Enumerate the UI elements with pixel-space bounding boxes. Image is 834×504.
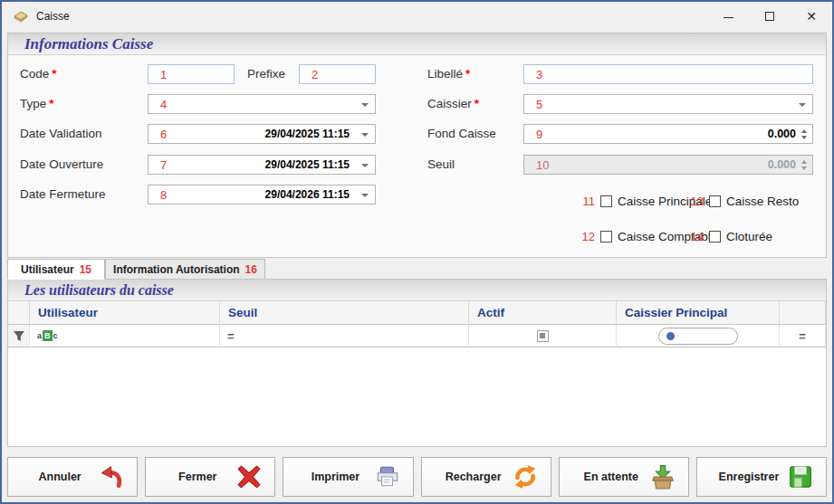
equals-filter-icon[interactable]: = [227,329,235,343]
caisse-window: Caisse ✕ Informations Caisse Code* 1 Pre… [0,0,834,504]
prefixe-label: Prefixe [247,67,285,81]
date-validation-label: Date Validation [20,127,102,140]
caisse-resto-checkbox[interactable] [709,195,721,207]
filter-extra-cell[interactable]: = [780,325,826,347]
chevron-down-icon [361,133,369,137]
seuil-spinner: 100.000 [523,155,813,175]
app-cash-icon [13,9,29,23]
chevron-down-icon [799,103,806,107]
checkbox-number: 11 [577,195,595,208]
tab-information-autorisation[interactable]: Information Autorisation16 [105,259,265,280]
action-button-bar: Annuler Fermer Imprimer Recharger [7,457,827,497]
seuil-label: Seuil [427,157,455,171]
caisse-resto-option: 13 Caisse Resto [685,195,799,208]
grid-body-empty[interactable] [8,347,826,445]
column-header-extra [780,301,826,325]
filter-caissier-principal-cell[interactable] [617,325,780,347]
libelle-label: Libellé* [427,67,470,81]
chevron-down-icon [361,194,369,197]
chevron-down-icon [361,103,369,107]
filter-indicator-cell [8,325,30,347]
grid-header-row: Utilisateur Seuil Actif Caissier Princip… [8,301,826,325]
column-header-caissier-principal[interactable]: Caissier Principal [617,301,780,325]
maximize-icon [765,12,774,21]
checkbox-number: 14 [685,230,704,243]
pending-box-icon [650,464,676,490]
close-button[interactable]: ✕ [791,2,832,30]
caisse-principale-checkbox[interactable] [600,195,612,207]
column-header-actif[interactable]: Actif [469,301,617,325]
titlebar[interactable]: Caisse ✕ [2,2,832,30]
fond-caisse-amount: 0.000 [768,128,796,140]
required-marker: * [465,67,470,81]
row-indicator-header [8,301,30,325]
indeterminate-checkbox-icon[interactable] [537,330,549,342]
window-title: Caisse [36,10,70,23]
code-label: Code* [20,67,57,81]
required-marker: * [49,97,53,110]
informations-caisse-panel: Informations Caisse Code* 1 Prefixe 2 Li… [7,33,827,258]
save-floppy-icon [788,464,813,490]
column-header-seuil[interactable]: Seuil [220,301,469,325]
form-section-header: Informations Caisse [8,33,826,55]
date-validation-value: 29/04/2025 11:15 [265,128,350,140]
prefixe-input[interactable]: 2 [299,64,376,84]
date-ouverture-picker[interactable]: 729/04/2025 11:15 [148,155,376,175]
date-fermeture-value: 29/04/2026 11:15 [265,188,350,201]
tab-number: 15 [80,263,91,276]
checkbox-number: 12 [577,230,595,243]
fond-caisse-label: Fond Caisse [427,127,496,140]
grid-section-title: Les utilisateurs du caisse [24,282,174,299]
form-section-title: Informations Caisse [24,35,153,53]
caissier-label: Caissier* [427,97,479,110]
cloturee-label: Cloturée [726,230,772,243]
required-marker: * [52,67,56,81]
cloturee-option: 14 Cloturée [685,230,772,243]
filter-utilisateur-cell[interactable]: aBc [30,325,220,347]
minimize-icon [724,17,733,18]
annuler-button[interactable]: Annuler [7,457,138,497]
libelle-input[interactable]: 3 [523,64,813,84]
printer-icon [375,464,400,490]
spinner-arrows-icon[interactable] [801,129,807,139]
enregistrer-button[interactable]: Enregistrer [696,457,827,497]
refresh-icon [513,464,538,490]
close-icon: ✕ [806,10,817,23]
tab-utilisateur[interactable]: Utilisateur15 [7,259,105,280]
undo-arrow-icon [99,464,124,490]
red-cross-icon [236,464,262,490]
tab-number: 16 [245,263,257,276]
caissier-dropdown[interactable]: 5 [523,94,813,114]
caisse-comptable-checkbox[interactable] [600,231,612,242]
filter-funnel-icon [13,330,25,342]
required-marker: * [475,97,479,110]
type-label: Type* [20,97,54,110]
en-attente-button[interactable]: En attente [559,457,689,497]
column-header-utilisateur[interactable]: Utilisateur [30,301,220,325]
utilisateurs-panel: Les utilisateurs du caisse Utilisateur S… [7,279,827,447]
contains-filter-icon[interactable]: aBc [37,330,58,341]
recharger-button[interactable]: Recharger [421,457,551,497]
date-fermeture-picker[interactable]: 829/04/2026 11:15 [148,185,376,204]
grid-section-header: Les utilisateurs du caisse [8,280,826,301]
date-fermeture-label: Date Fermeture [20,187,106,201]
caisse-resto-label: Caisse Resto [726,195,799,208]
date-ouverture-value: 29/04/2025 11:15 [265,158,350,171]
code-input[interactable]: 1 [148,64,235,84]
equals-filter-icon[interactable]: = [799,329,806,343]
grid-filter-row: aBc = = [8,325,826,347]
fermer-button[interactable]: Fermer [145,457,275,497]
type-dropdown[interactable]: 4 [148,94,376,114]
date-validation-picker[interactable]: 629/04/2025 11:15 [148,124,376,144]
date-ouverture-label: Date Ouverture [20,157,103,171]
filter-seuil-cell[interactable]: = [220,325,469,347]
checkbox-number: 13 [685,195,704,208]
imprimer-button[interactable]: Imprimer [283,457,413,497]
radio-toggle-icon[interactable] [658,328,738,345]
fond-caisse-spinner[interactable]: 90.000 [523,124,813,144]
cloturee-checkbox[interactable] [709,231,721,242]
minimize-button[interactable] [707,2,749,30]
filter-actif-cell[interactable] [469,325,617,347]
chevron-down-icon [361,164,369,167]
maximize-button[interactable] [749,2,791,30]
